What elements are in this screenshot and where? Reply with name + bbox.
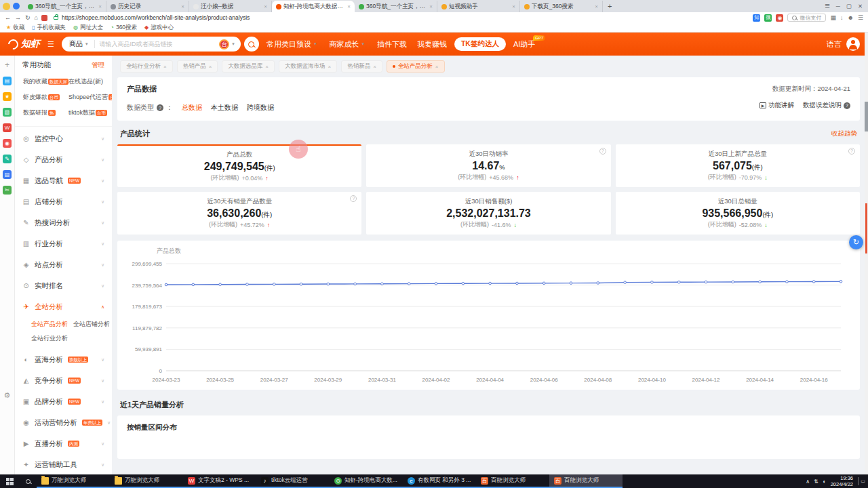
sidebar-item-全站分析[interactable]: ✈全站分析∧ [15,296,112,317]
tk-talent-button[interactable]: TK签约达人 [454,37,506,51]
stat-card[interactable]: 近30日销售额($)2,532,027,131.73(环比增幅)-41.6%↓ [366,192,610,235]
menu-icon[interactable]: ☰ [825,3,830,9]
tab-close-icon[interactable]: × [429,3,433,9]
tab-close-icon[interactable]: × [181,3,184,9]
wechat-extension-icon[interactable]: 微 [764,14,772,22]
sidebar-item-竞争分析[interactable]: ◭竞争分析NEW∨ [15,370,112,391]
browser-tab[interactable]: 知虾-跨境电商大数据分析平...× [272,1,355,12]
panel-clip-icon[interactable]: ✂ [3,186,12,195]
info-icon[interactable]: ? [350,195,357,202]
panel-notes-icon[interactable]: ▤ [3,170,12,179]
info-icon[interactable]: ? [848,148,855,155]
app-logo[interactable]: 知虾 [8,38,40,50]
info-icon[interactable]: ? [157,104,163,111]
panel-wps-icon[interactable]: W [3,123,12,132]
tab-close-icon[interactable]: × [98,3,102,9]
panel-doc-icon[interactable]: ▤ [3,77,12,85]
panel-image-icon[interactable]: ▧ [3,108,12,117]
tab-close-icon[interactable]: × [512,3,515,9]
stat-card[interactable]: 近30日上新产品总量567,075(件)(环比增幅)-70.97%↓? [616,144,860,187]
sidebar-item-直播分析[interactable]: ▶直播分析内测∨ [15,433,112,454]
bookmark-item[interactable]: ◔360搜索 [111,24,137,32]
workspace-tab[interactable]: 热销产品× [177,60,218,73]
tab-close-icon[interactable]: × [328,64,332,70]
close-icon[interactable]: ✕ [858,3,863,9]
stat-card[interactable]: 近30日动销率14.67%(环比增幅)+45.68%↑? [366,144,610,187]
sidebar-item-热搜词分析[interactable]: ✎热搜词分析∨ [15,212,112,233]
quick-search-box[interactable]: 微信支付 [787,14,826,22]
bookmark-item[interactable]: ◆游戏中心 [144,24,174,32]
quick-link[interactable]: 数据研报热 [23,108,68,117]
start-button[interactable] [0,478,19,485]
taskbar-app-button[interactable]: 万能浏览大师 [37,474,110,488]
taskbar-app-button[interactable]: 百百能浏览大师 [476,474,549,488]
forward-icon[interactable]: → [15,14,21,21]
profile-icon[interactable]: ☻ [847,14,853,21]
header-nav-item[interactable]: 商家成长▾ [329,39,367,49]
tab-close-icon[interactable]: × [435,64,439,70]
download-icon[interactable]: ↓ [840,14,844,21]
sidebar-item-蓝海分析[interactable]: ◐蓝海分析旗舰以上∨ [15,349,112,370]
header-nav-item[interactable]: 常用类目预设▾ [267,39,319,49]
reload-icon[interactable]: ↻ [25,14,31,21]
manage-link[interactable]: 管理 [92,61,104,70]
workspace-tab[interactable]: 全站行业分析× [120,60,173,73]
sidebar-item-选品导航[interactable]: ▦选品导航NEW∨ [15,170,112,191]
search-category-select[interactable]: 商品 [69,39,83,49]
panel-edit-icon[interactable]: ✎ [3,155,12,163]
sidebar-item-活动营销分析[interactable]: ◉活动营销分析年费以上∨ [15,412,112,433]
tab-close-icon[interactable]: × [347,3,351,9]
sidebar-item-站点分析[interactable]: ◈站点分析∨ [15,254,112,275]
quick-link[interactable]: Shopee代运营台币 [68,93,112,102]
info-icon[interactable]: ? [599,148,606,155]
minimize-icon[interactable]: ─ [836,3,840,9]
add-panel-icon[interactable]: + [5,60,9,70]
tab-close-icon[interactable]: × [209,64,212,70]
sidebar-item-监控中心[interactable]: ◎监控中心∨ [15,128,112,149]
browser-tab[interactable]: 历史记录× [106,1,189,12]
sidebar-item-行业分析[interactable]: ▥行业分析∨ [15,233,112,254]
taskbar-app-button[interactable]: ⊙知虾-跨境电商大数... [330,474,403,488]
search-button[interactable] [244,37,259,52]
stat-card[interactable]: 产品总数249,749,545(件)(环比增幅)+0.04%↑ [117,144,361,187]
quick-link[interactable]: 虾皮爆款台币 [23,93,68,102]
browser-tab[interactable]: 汪小娘--数据× [189,1,272,12]
network-icon[interactable]: ⇅ [814,479,818,485]
tray-expand-icon[interactable]: ∧ [806,479,810,485]
bookmark-item[interactable]: ◍网址大全 [73,24,103,32]
browser-tab[interactable]: 360导航_一个主页，整个世界× [355,1,437,12]
sidebar-toggle-icon[interactable]: ☰ [47,40,54,49]
site-app-icon[interactable] [41,15,47,21]
apps-grid-icon[interactable]: ▦ [830,14,836,21]
language-button[interactable]: 语言 [827,39,842,49]
site-flag-icon[interactable]: 台 [219,39,229,49]
browser-tab[interactable]: 下载页_360搜索× [520,1,603,12]
panel-record-icon[interactable]: ◉ [3,139,12,148]
header-nav-item[interactable]: 插件下载 [377,39,407,49]
stat-card[interactable]: 近30天有销量产品数量36,630,260(件)(环比增幅)+45.72%↑? [117,192,361,235]
sidebar-item-运营辅助工具[interactable]: ✦运营辅助工具∨ [15,454,112,474]
user-avatar[interactable] [846,37,860,51]
tab-close-icon[interactable]: × [264,3,267,9]
scrollbar-thumb[interactable] [865,102,868,131]
quick-link[interactable]: 我的收藏数据大屏 [23,77,68,86]
zhi-extension-icon[interactable]: 知 [753,14,760,22]
tab-close-icon[interactable]: × [373,64,376,70]
back-icon[interactable]: ← [5,14,11,21]
sidebar-item-实时排名[interactable]: ⊙实时排名∨ [15,275,112,296]
data-error-link[interactable]: 数据误差说明? [803,101,850,110]
workspace-tab[interactable]: 大数据蓝海市场× [279,60,337,73]
tab-close-icon[interactable]: × [265,64,269,70]
clock[interactable]: 19:362024/4/22 [831,475,853,488]
home-icon[interactable]: ⌂ [35,14,38,21]
bookmark-item[interactable]: ▯手机收藏夹 [32,24,66,32]
sidebar-item-店铺分析[interactable]: ▤店铺分析∨ [15,191,112,212]
submenu-item-全站店铺分析[interactable]: 全站店铺分析 [73,317,112,331]
floating-service-button[interactable]: ↻ [849,235,863,249]
new-tab-button[interactable]: + [608,2,612,10]
data-type-option[interactable]: 总数据 [182,103,202,113]
panel-favorites-icon[interactable]: ★ [3,92,12,101]
search-input[interactable]: 请输入商品ID或者商品链接 [99,40,219,49]
url-text[interactable]: https://shopee.mobduos.com/workbench/all… [62,14,250,21]
submenu-item-全站产品分析[interactable]: 全站产品分析 [31,317,73,331]
